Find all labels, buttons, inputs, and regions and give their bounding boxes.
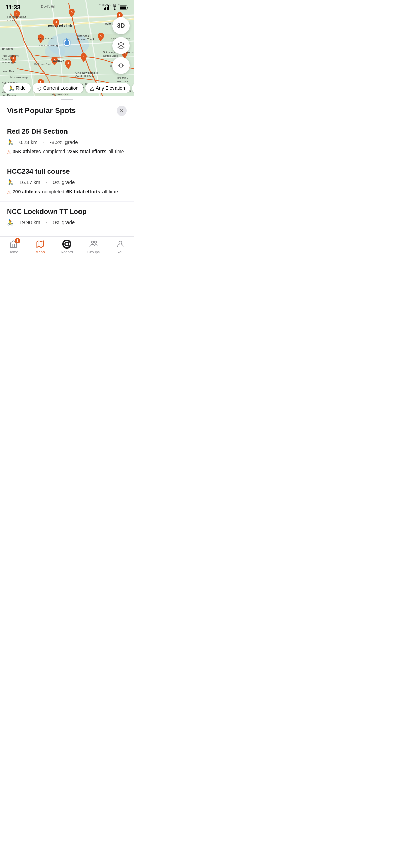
bottom-nav: 1 Home Maps Record bbox=[0, 236, 134, 262]
segment-name-1: HCC234 full course bbox=[7, 168, 127, 176]
groups-icon bbox=[89, 240, 98, 249]
efforts-text-0: all-time bbox=[108, 149, 124, 154]
svg-rect-73 bbox=[107, 7, 108, 10]
drag-handle[interactable] bbox=[61, 99, 73, 100]
layers-button[interactable] bbox=[112, 37, 130, 54]
segment-stats-0: 🚴 0.23 km · -8.2% grade bbox=[7, 139, 127, 145]
efforts-1: 6K total efforts bbox=[66, 189, 100, 194]
sheet-title: Visit Popular Spots bbox=[7, 106, 76, 115]
svg-rect-74 bbox=[108, 5, 109, 10]
filter-tab-ride[interactable]: 🚴 Ride bbox=[3, 83, 31, 93]
svg-text:Early Suttons: Early Suttons bbox=[38, 37, 54, 40]
ride-icon: 🚴 bbox=[8, 85, 14, 91]
location-button[interactable] bbox=[112, 57, 130, 74]
bottom-sheet: Visit Popular Spots ✕ Red 25 DH Section … bbox=[0, 99, 134, 236]
segment-distance-0: 0.23 km bbox=[19, 139, 37, 145]
record-label: Record bbox=[61, 250, 73, 254]
separator-1: · bbox=[46, 179, 47, 185]
layers-icon bbox=[117, 41, 125, 50]
svg-text:A: A bbox=[55, 21, 57, 24]
maps-icon-wrap bbox=[35, 239, 45, 249]
svg-text:EARLEY: EARLEY bbox=[53, 59, 64, 62]
separator-0: · bbox=[43, 139, 44, 145]
svg-point-70 bbox=[119, 241, 122, 244]
segment-card-1[interactable]: HCC234 full course 🚴 16.17 km · 0% grade… bbox=[0, 161, 134, 202]
svg-rect-72 bbox=[105, 7, 106, 10]
status-bar: 11:33 bbox=[0, 0, 134, 15]
athletes-1: 700 athletes bbox=[13, 189, 40, 194]
svg-text:For those about: For those about bbox=[7, 15, 26, 19]
record-icon bbox=[62, 239, 72, 250]
segment-efforts-1: △ 700 athletes completed 6K total effort… bbox=[7, 189, 127, 194]
crosshair-icon bbox=[117, 61, 125, 70]
svg-text:to rock...: to rock... bbox=[7, 19, 17, 22]
svg-point-67 bbox=[66, 243, 68, 245]
athletes-text-1: completed bbox=[42, 189, 64, 194]
profile-icon bbox=[116, 240, 125, 249]
wifi-icon bbox=[112, 5, 118, 10]
home-icon-wrap: 1 bbox=[9, 239, 18, 249]
svg-point-69 bbox=[94, 241, 97, 243]
segment-distance-1: 16.17 km bbox=[19, 179, 40, 185]
segment-efforts-0: △ 35K athletes completed 235K total effo… bbox=[7, 149, 127, 154]
segment-name-0: Red 25 DH Section bbox=[7, 128, 127, 135]
svg-text:Any colour as: Any colour as bbox=[51, 93, 68, 96]
svg-text:Let's go fishing...: Let's go fishing... bbox=[39, 44, 60, 47]
nav-item-record[interactable]: Record bbox=[57, 239, 77, 254]
record-icon-wrap bbox=[62, 239, 72, 249]
svg-text:Cunning: Cunning bbox=[2, 58, 12, 61]
svg-text:Nine Mile -: Nine Mile - bbox=[117, 77, 128, 79]
3d-label: 3D bbox=[117, 22, 125, 29]
svg-text:A: A bbox=[100, 34, 102, 37]
you-icon-wrap bbox=[116, 239, 125, 249]
you-label: You bbox=[117, 250, 124, 254]
nav-item-maps[interactable]: Maps bbox=[30, 239, 50, 254]
nav-item-you[interactable]: You bbox=[110, 239, 131, 254]
svg-text:A: A bbox=[67, 62, 69, 65]
svg-text:and Dragon: and Dragon bbox=[2, 94, 16, 96]
svg-text:Road - Spr...: Road - Spr... bbox=[117, 80, 130, 83]
elevation-icon: △ bbox=[90, 85, 94, 91]
map-controls: 3D bbox=[112, 17, 130, 74]
segment-card-2[interactable]: NCC Lockdown TT Loop 🚴 19.90 km · 0% gra… bbox=[0, 202, 134, 236]
nav-item-home[interactable]: 1 Home bbox=[3, 239, 24, 254]
nav-item-groups[interactable]: Groups bbox=[83, 239, 104, 254]
battery-icon bbox=[120, 5, 128, 10]
home-label: Home bbox=[8, 250, 18, 254]
maps-icon bbox=[36, 240, 45, 249]
filter-tab-location[interactable]: ◎ Current Location bbox=[33, 83, 84, 93]
svg-text:Tin Burner: Tin Burner bbox=[2, 47, 14, 50]
segment-grade-2: 0% grade bbox=[53, 219, 75, 225]
bike-icon-1: 🚴 bbox=[7, 179, 14, 185]
status-icons bbox=[104, 5, 128, 10]
elevation-label: Any Elevation bbox=[96, 85, 125, 91]
segment-distance-2: 19.90 km bbox=[19, 219, 40, 225]
segment-card-0[interactable]: Red 25 DH Section 🚴 0.23 km · -8.2% grad… bbox=[0, 121, 134, 161]
sheet-header: Visit Popular Spots ✕ bbox=[0, 103, 134, 121]
filter-tab-area[interactable]: 📍 A… bbox=[132, 83, 134, 93]
close-button[interactable]: ✕ bbox=[117, 106, 127, 116]
maps-label: Maps bbox=[36, 250, 45, 254]
svg-text:Lawn Dash.: Lawn Dash. bbox=[2, 70, 16, 73]
athletes-text-0: completed bbox=[43, 149, 65, 154]
location-icon: ◎ bbox=[37, 85, 41, 91]
groups-icon-wrap bbox=[89, 239, 98, 249]
filter-tab-elevation[interactable]: △ Any Elevation bbox=[85, 83, 130, 93]
efforts-text-1: all-time bbox=[102, 189, 118, 194]
location-label: Current Location bbox=[43, 85, 79, 91]
segment-type-1: 🚴 bbox=[7, 179, 14, 185]
filter-tabs: 🚴 Ride ◎ Current Location △ Any Elevatio… bbox=[0, 83, 134, 93]
efforts-icon-0: △ bbox=[7, 149, 11, 154]
efforts-icon-1: △ bbox=[7, 189, 11, 194]
svg-rect-77 bbox=[120, 7, 126, 9]
svg-text:GK's New Road to: GK's New Road to bbox=[75, 71, 98, 74]
athletes-0: 35K athletes bbox=[13, 149, 41, 154]
close-icon: ✕ bbox=[120, 108, 124, 113]
signal-icon bbox=[104, 5, 110, 10]
svg-text:Henley Rd climb: Henley Rd climb bbox=[48, 24, 72, 27]
svg-text:A: A bbox=[83, 55, 85, 58]
segment-name-2: NCC Lockdown TT Loop bbox=[7, 208, 127, 216]
3d-button[interactable]: 3D bbox=[112, 17, 130, 34]
svg-point-68 bbox=[92, 241, 94, 243]
separator-2: · bbox=[46, 219, 47, 226]
